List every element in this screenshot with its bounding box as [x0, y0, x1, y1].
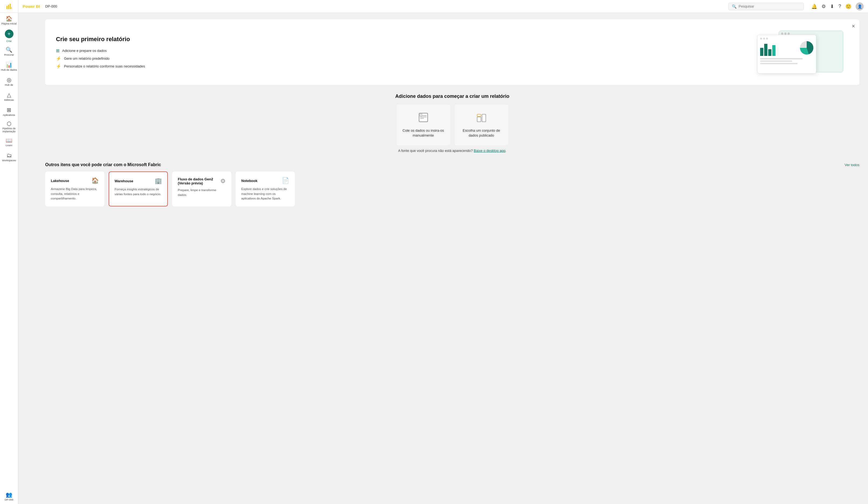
metrics-icon: △ [7, 92, 11, 97]
svg-rect-10 [482, 114, 486, 122]
hub-icon: ◎ [7, 77, 11, 83]
create-circle-icon: + [5, 30, 13, 38]
banner-step2-text: Gere um relatório predefinido [64, 56, 110, 61]
download-icon[interactable]: ⬇ [830, 3, 834, 9]
notebook-desc: Explore dados e crie soluções de machine… [241, 187, 289, 201]
data-card-dataset[interactable]: Escolha um conjunto de dados publicado [455, 105, 508, 145]
svg-rect-2 [10, 4, 11, 9]
svg-rect-3 [11, 7, 12, 9]
fdot2 [763, 38, 765, 40]
small-bar-chart [760, 41, 798, 56]
fabric-card-warehouse[interactable]: Warehouse 🏢 Forneça insights estratégico… [108, 171, 168, 207]
search-icon: 🔍 [732, 4, 736, 9]
dot3 [788, 32, 790, 35]
search-bar[interactable]: 🔍 [728, 3, 804, 10]
main-content: Crie seu primeiro relatório ⊞ Adicione e… [37, 13, 868, 504]
lakehouse-icon: 🏠 [92, 177, 99, 184]
warehouse-desc: Forneça insights estratégicos de várias … [115, 187, 162, 197]
sidebar-item-metrics[interactable]: △ Métricas [0, 89, 18, 104]
sidebar-bottom: 👥 DP-000 [0, 489, 18, 504]
sidebar-item-learn[interactable]: 📖 Learn [0, 135, 18, 150]
search-input[interactable] [738, 4, 800, 8]
add-data-section: Adicione dados para começar a criar um r… [45, 94, 859, 153]
sidebar-item-dp000[interactable]: 👥 DP-000 [0, 489, 18, 504]
header-workspace: DP-000 [45, 4, 57, 8]
notebook-title: Notebook [241, 179, 257, 183]
fabric-section-header: Outros itens que você pode criar com o M… [45, 162, 859, 167]
user-avatar[interactable]: 👤 [856, 2, 864, 10]
fabric-card-notebook[interactable]: Notebook 📄 Explore dados e crie soluções… [236, 171, 295, 207]
pipelines-icon: ⬡ [7, 121, 11, 126]
fdot3 [766, 38, 768, 40]
download-desktop-link[interactable]: Baixe o desktop app [474, 149, 505, 153]
source-missing-static: A fonte que você procura não está aparec… [398, 149, 473, 153]
lakehouse-card-header: Lakehouse 🏠 [51, 177, 99, 184]
dot1 [781, 32, 783, 35]
svg-rect-9 [477, 117, 481, 122]
dataset-card-label: Escolha um conjunto de dados publicado [460, 128, 503, 138]
sidebar-item-hub-label: Hub de [5, 83, 13, 86]
step1-icon: ⊞ [56, 48, 60, 53]
browse-icon: 🔍 [6, 47, 12, 52]
dataflow-title: Fluxo de dados Gen2 (Versão prévia) [178, 177, 220, 185]
dataflow-card-header: Fluxo de dados Gen2 (Versão prévia) ⚙ [178, 177, 226, 185]
dataflow-desc: Prepare, limpe e transforme dados. [178, 188, 226, 197]
banner-step3-text: Personalize o relatório conforme suas ne… [64, 64, 145, 68]
sidebar-item-pipelines[interactable]: ⬡ Pipelines de implantação [0, 119, 18, 135]
banner-step1-text: Adicione e prepare os dados [62, 49, 107, 53]
sidebar-item-apps[interactable]: ⊞ Aplicativos [0, 104, 18, 119]
header-app-name: Power BI [23, 4, 40, 9]
warehouse-card-header: Warehouse 🏢 [115, 177, 162, 185]
notifications-icon[interactable]: 🔔 [811, 3, 817, 9]
sidebar-item-data-hub-label: Hub de dados [1, 68, 17, 71]
paste-icon [418, 112, 429, 125]
sidebar-item-workspaces[interactable]: 🗂 Workspaces [0, 150, 18, 165]
warehouse-icon: 🏢 [155, 177, 162, 185]
fdot1 [760, 38, 762, 40]
banner-illustration [757, 28, 849, 76]
sidebar: 🏠 Página Inicial + Criar 🔍 Procurar 📊 Hu… [0, 0, 18, 504]
banner-title: Crie seu primeiro relatório [56, 36, 145, 43]
notebook-card-header: Notebook 📄 [241, 177, 289, 184]
apps-icon: ⊞ [7, 107, 11, 113]
dot2 [784, 32, 786, 35]
sidebar-item-create[interactable]: + Criar [0, 28, 18, 44]
data-card-paste[interactable]: Cole os dados ou insira-os manualmente [396, 105, 450, 145]
svg-rect-8 [419, 113, 422, 116]
fabric-card-lakehouse[interactable]: Lakehouse 🏠 Armazene Big Data para limpe… [45, 171, 104, 207]
step3-icon: ⚡ [56, 64, 61, 69]
banner-step-3: ⚡ Personalize o relatório conforme suas … [56, 64, 145, 69]
sidebar-item-workspaces-label: Workspaces [2, 159, 16, 162]
sidebar-item-pipelines-label: Pipelines de implantação [1, 127, 17, 133]
sidebar-item-data-hub[interactable]: 📊 Hub de dados [0, 59, 18, 74]
banner-close-button[interactable]: ✕ [851, 24, 855, 29]
home-icon: 🏠 [6, 16, 12, 21]
banner-step-1: ⊞ Adicione e prepare os dados [56, 48, 145, 53]
see-all-link[interactable]: Ver todos [845, 163, 859, 167]
app-logo [0, 0, 18, 13]
sidebar-item-browse[interactable]: 🔍 Procurar [0, 44, 18, 59]
fabric-card-dataflow[interactable]: Fluxo de dados Gen2 (Versão prévia) ⚙ Pr… [172, 171, 231, 207]
banner-steps: ⊞ Adicione e prepare os dados ⚡ Gere um … [56, 48, 145, 69]
sidebar-item-apps-label: Aplicativos [3, 113, 15, 116]
fabric-section: Outros itens que você pode criar com o M… [45, 162, 859, 207]
help-icon[interactable]: ? [838, 3, 841, 9]
paste-card-label: Cole os dados ou insira-os manualmente [402, 128, 445, 138]
banner-text: Crie seu primeiro relatório ⊞ Adicione e… [56, 36, 145, 69]
step2-icon: ⚡ [56, 56, 61, 61]
sidebar-item-hub[interactable]: ◎ Hub de [0, 74, 18, 89]
dash-front [757, 35, 816, 74]
feedback-icon[interactable]: 🙂 [845, 3, 851, 9]
learn-icon: 📖 [6, 138, 12, 143]
sidebar-item-create-label: Criar [6, 40, 12, 42]
banner-card: Crie seu primeiro relatório ⊞ Adicione e… [45, 19, 859, 85]
sidebar-item-home-label: Página Inicial [1, 22, 17, 25]
data-hub-icon: 📊 [6, 62, 12, 67]
warehouse-title: Warehouse [115, 179, 133, 183]
notebook-icon: 📄 [282, 177, 289, 184]
banner-step-2: ⚡ Gere um relatório predefinido [56, 56, 145, 61]
add-data-title: Adicione dados para começar a criar um r… [45, 94, 859, 99]
fabric-cards-row: Lakehouse 🏠 Armazene Big Data para limpe… [45, 171, 859, 207]
settings-icon[interactable]: ⚙ [822, 3, 826, 9]
sidebar-item-home[interactable]: 🏠 Página Inicial [0, 13, 18, 28]
